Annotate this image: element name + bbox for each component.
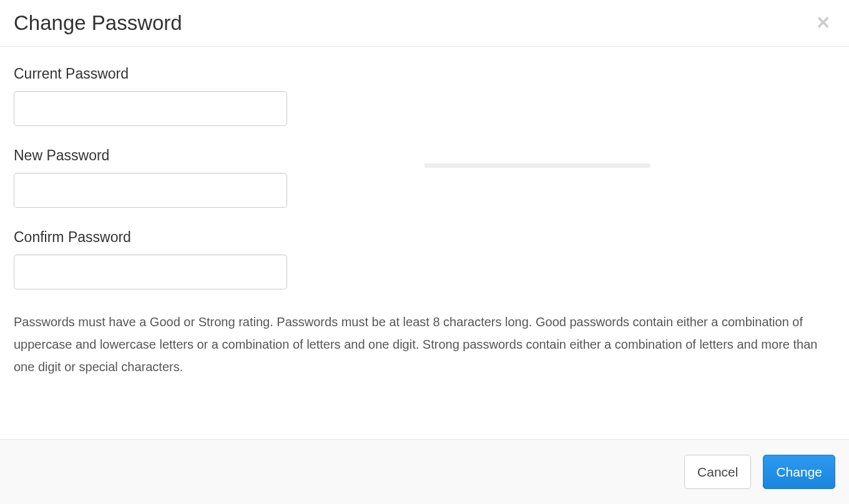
change-button[interactable]: Change (763, 455, 835, 489)
current-password-input[interactable] (14, 91, 287, 126)
current-password-group: Current Password (14, 65, 835, 126)
confirm-password-label: Confirm Password (14, 229, 835, 246)
modal-footer: Cancel Change (0, 439, 849, 504)
confirm-password-input[interactable] (14, 254, 287, 289)
close-icon[interactable]: ✕ (811, 14, 835, 32)
modal-title: Change Password (14, 11, 182, 35)
password-help-text: Passwords must have a Good or Strong rat… (14, 311, 832, 378)
new-password-input[interactable] (14, 173, 287, 208)
password-strength-bar (424, 163, 650, 168)
modal-body: Current Password New Password Confirm Pa… (0, 47, 849, 397)
cancel-button[interactable]: Cancel (684, 455, 751, 489)
confirm-password-group: Confirm Password (14, 229, 835, 289)
new-password-label: New Password (14, 147, 835, 164)
modal-header: Change Password ✕ (0, 0, 849, 47)
current-password-label: Current Password (14, 65, 835, 82)
new-password-group: New Password (14, 147, 835, 208)
